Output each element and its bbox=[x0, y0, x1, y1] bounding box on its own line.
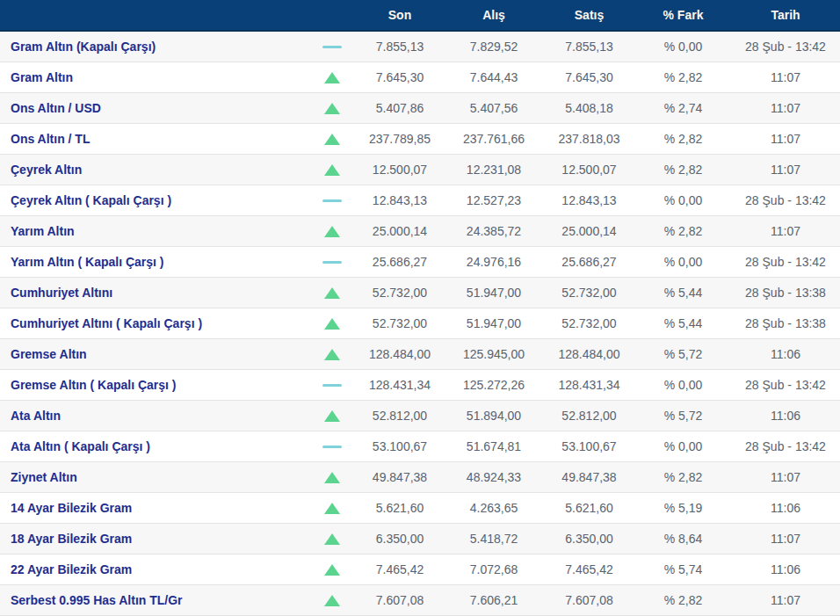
tarih-value: 11:06 bbox=[731, 562, 840, 576]
trend-icon-cell bbox=[309, 384, 355, 387]
fark-value: % 5,44 bbox=[635, 286, 731, 300]
tarih-value: 11:07 bbox=[731, 70, 840, 84]
son-value: 7.645,30 bbox=[355, 70, 445, 84]
son-value: 52.732,00 bbox=[355, 286, 445, 300]
fark-value: % 0,00 bbox=[635, 378, 731, 392]
fark-value: % 5,72 bbox=[635, 347, 731, 361]
table-row[interactable]: 14 Ayar Bilezik Gram 5.621,60 4.263,65 5… bbox=[0, 493, 840, 524]
trend-icon-cell bbox=[309, 72, 355, 83]
fark-value: % 0,00 bbox=[635, 193, 731, 207]
son-value: 237.789,85 bbox=[355, 132, 445, 146]
instrument-name[interactable]: Ata Altın bbox=[0, 409, 309, 423]
instrument-name[interactable]: Cumhuriyet Altını bbox=[0, 286, 309, 300]
satis-value: 5.408,18 bbox=[543, 101, 635, 115]
table-row[interactable]: Gremse Altın 128.484,00 125.945,00 128.4… bbox=[0, 339, 840, 370]
instrument-name[interactable]: Ons Altın / TL bbox=[0, 132, 309, 146]
table-row[interactable]: Cumhuriyet Altını 52.732,00 51.947,00 52… bbox=[0, 278, 840, 308]
son-value: 12.500,07 bbox=[355, 163, 445, 177]
instrument-name[interactable]: Çeyrek Altın ( Kapalı Çarşı ) bbox=[0, 193, 309, 207]
trend-icon-cell bbox=[309, 410, 355, 422]
table-row[interactable]: Ata Altın 52.812,00 51.894,00 52.812,00 … bbox=[0, 401, 840, 431]
table-row[interactable]: Ziynet Altın 49.847,38 48.924,33 49.847,… bbox=[0, 462, 840, 493]
satis-value: 25.686,27 bbox=[543, 255, 635, 269]
instrument-name[interactable]: Gremse Altın bbox=[0, 347, 309, 361]
trend-icon-cell bbox=[309, 287, 355, 299]
instrument-name[interactable]: Yarım Altın bbox=[0, 224, 309, 238]
table-row[interactable]: Çeyrek Altın ( Kapalı Çarşı ) 12.843,13 … bbox=[0, 185, 840, 216]
son-value: 5.407,86 bbox=[355, 101, 445, 115]
table-row[interactable]: Çeyrek Altın 12.500,07 12.231,08 12.500,… bbox=[0, 155, 840, 185]
tarih-value: 28 Şub - 13:42 bbox=[731, 193, 840, 207]
tarih-value: 28 Şub - 13:42 bbox=[731, 40, 840, 54]
son-value: 52.732,00 bbox=[355, 316, 445, 330]
tarih-value: 28 Şub - 13:38 bbox=[731, 316, 840, 330]
satis-value: 7.645,30 bbox=[543, 70, 635, 84]
tarih-value: 11:07 bbox=[731, 532, 840, 546]
instrument-name[interactable]: Serbest 0.995 Has Altın TL/Gr bbox=[0, 593, 309, 607]
instrument-name[interactable]: 14 Ayar Bilezik Gram bbox=[0, 501, 309, 515]
satis-value: 52.732,00 bbox=[543, 316, 635, 330]
son-value: 53.100,67 bbox=[355, 439, 445, 453]
instrument-name[interactable]: Cumhuriyet Altını ( Kapalı Çarşı ) bbox=[0, 316, 309, 330]
table-row[interactable]: Yarım Altın 25.000,14 24.385,72 25.000,1… bbox=[0, 216, 840, 247]
instrument-name[interactable]: Ata Altın ( Kapalı Çarşı ) bbox=[0, 439, 309, 453]
trend-icon-cell bbox=[309, 46, 355, 48]
trend-flat-icon bbox=[322, 46, 342, 48]
instrument-name[interactable]: Ons Altın / USD bbox=[0, 101, 309, 115]
satis-value: 7.855,13 bbox=[543, 40, 635, 54]
table-row[interactable]: Gram Altın 7.645,30 7.644,43 7.645,30 % … bbox=[0, 62, 840, 93]
table-row[interactable]: Cumhuriyet Altını ( Kapalı Çarşı ) 52.73… bbox=[0, 308, 840, 339]
instrument-name[interactable]: Çeyrek Altın bbox=[0, 163, 309, 177]
alis-value: 48.924,33 bbox=[445, 470, 543, 484]
instrument-name[interactable]: Ziynet Altın bbox=[0, 470, 309, 484]
instrument-name[interactable]: 18 Ayar Bilezik Gram bbox=[0, 532, 309, 546]
instrument-name[interactable]: Gram Altın (Kapalı Çarşı) bbox=[0, 40, 309, 54]
tarih-value: 11:07 bbox=[731, 163, 840, 177]
instrument-name[interactable]: Yarım Altın ( Kapalı Çarşı ) bbox=[0, 255, 309, 269]
son-value: 12.843,13 bbox=[355, 193, 445, 207]
son-value: 52.812,00 bbox=[355, 409, 445, 423]
alis-value: 5.407,56 bbox=[445, 101, 543, 115]
trend-up-icon bbox=[324, 134, 340, 145]
fark-value: % 2,82 bbox=[635, 70, 731, 84]
table-header-row: Son Alış Satış % Fark Tarih bbox=[0, 0, 840, 32]
header-tarih: Tarih bbox=[731, 8, 840, 22]
alis-value: 12.231,08 bbox=[445, 163, 543, 177]
trend-icon-cell bbox=[309, 318, 355, 330]
table-row[interactable]: Gremse Altın ( Kapalı Çarşı ) 128.431,34… bbox=[0, 370, 840, 401]
trend-flat-icon bbox=[322, 199, 342, 202]
table-row[interactable]: 22 Ayar Bilezik Gram 7.465,42 7.072,68 7… bbox=[0, 554, 840, 585]
trend-flat-icon bbox=[322, 261, 342, 264]
son-value: 128.431,34 bbox=[355, 378, 445, 392]
instrument-name[interactable]: Gram Altın bbox=[0, 70, 309, 84]
table-row[interactable]: Ata Altın ( Kapalı Çarşı ) 53.100,67 51.… bbox=[0, 431, 840, 462]
fark-value: % 0,00 bbox=[635, 40, 731, 54]
trend-icon-cell bbox=[309, 349, 355, 360]
trend-up-icon bbox=[324, 226, 340, 237]
trend-up-icon bbox=[324, 472, 340, 483]
table-row[interactable]: Serbest 0.995 Has Altın TL/Gr 7.607,08 7… bbox=[0, 585, 840, 616]
tarih-value: 28 Şub - 13:42 bbox=[731, 378, 840, 392]
satis-value: 12.843,13 bbox=[543, 193, 635, 207]
instrument-name[interactable]: Gremse Altın ( Kapalı Çarşı ) bbox=[0, 378, 309, 392]
header-fark: % Fark bbox=[635, 8, 731, 22]
satis-value: 25.000,14 bbox=[543, 224, 635, 238]
alis-value: 7.829,52 bbox=[445, 40, 543, 54]
table-row[interactable]: Yarım Altın ( Kapalı Çarşı ) 25.686,27 2… bbox=[0, 247, 840, 278]
alis-value: 7.072,68 bbox=[445, 562, 543, 576]
table-row[interactable]: Ons Altın / USD 5.407,86 5.407,56 5.408,… bbox=[0, 93, 840, 124]
son-value: 5.621,60 bbox=[355, 501, 445, 515]
trend-up-icon bbox=[324, 595, 340, 606]
alis-value: 5.418,72 bbox=[445, 532, 543, 546]
table-row[interactable]: Gram Altın (Kapalı Çarşı) 7.855,13 7.829… bbox=[0, 32, 840, 62]
fark-value: % 2,82 bbox=[635, 224, 731, 238]
trend-up-icon bbox=[324, 564, 340, 576]
table-row[interactable]: Ons Altın / TL 237.789,85 237.761,66 237… bbox=[0, 124, 840, 155]
fark-value: % 0,00 bbox=[635, 255, 731, 269]
instrument-name[interactable]: 22 Ayar Bilezik Gram bbox=[0, 562, 309, 576]
tarih-value: 11:07 bbox=[731, 224, 840, 238]
trend-up-icon bbox=[324, 72, 340, 83]
table-row[interactable]: 18 Ayar Bilezik Gram 6.350,00 5.418,72 6… bbox=[0, 524, 840, 554]
fark-value: % 2,74 bbox=[635, 101, 731, 115]
alis-value: 24.385,72 bbox=[445, 224, 543, 238]
